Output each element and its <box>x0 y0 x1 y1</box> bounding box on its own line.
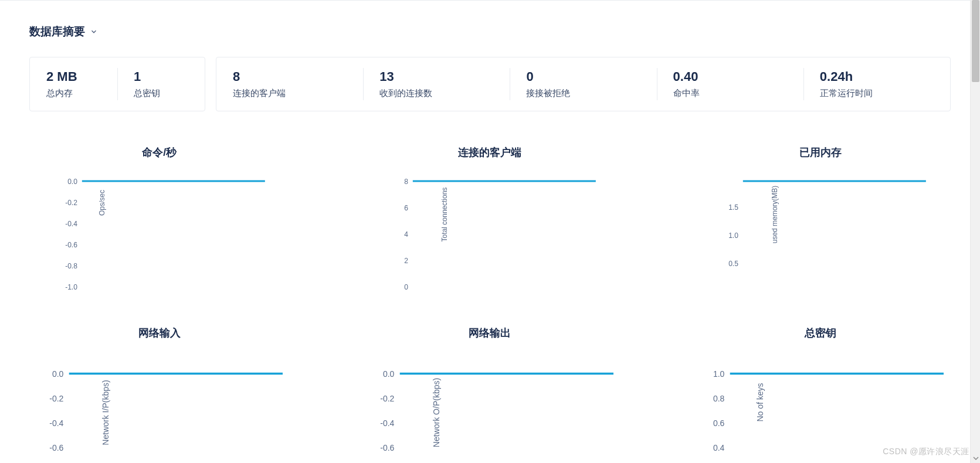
metric-label: 命中率 <box>673 88 787 99</box>
ytick: 8 <box>404 178 408 186</box>
ytick: -1.0 <box>65 283 77 291</box>
scrollbar-thumb[interactable] <box>972 0 979 82</box>
ytick: -0.2 <box>49 394 63 403</box>
chart-plot: 8 6 4 2 0 Total connections <box>360 173 620 291</box>
metric-value: 8 <box>233 69 347 84</box>
chart-plot: 1.5 1.0 0.5 used memory(MB) <box>690 173 951 291</box>
ytick: -0.6 <box>49 443 63 452</box>
dashboard-page: 数据库摘要 2 MB 总内存 1 总密钥 8 连接的客户端 13 收到的连接数 <box>0 0 980 463</box>
metrics-row: 2 MB 总内存 1 总密钥 8 连接的客户端 13 收到的连接数 0 接接被拒… <box>29 57 951 111</box>
chart-mem: 已用内存 1.5 1.0 0.5 used memory(MB) <box>690 145 951 291</box>
ylabel: Ops/sec <box>98 190 106 216</box>
chart-title: 连接的客户端 <box>458 145 521 159</box>
ytick: 0.0 <box>383 369 395 379</box>
chart-keys: 总密钥 1.0 0.8 0.6 0.4 No of keys <box>690 326 951 463</box>
ylabel: No of keys <box>755 383 765 421</box>
metric-label: 正常运行时间 <box>820 88 934 99</box>
chart-ops: 命令/秒 0.0 -0.2 -0.4 -0.6 -0.8 -1.0 Ops/se… <box>29 145 290 291</box>
ylabel: Network I/P(kbps) <box>101 380 110 445</box>
ytick: -0.6 <box>380 443 394 452</box>
ytick: 0.8 <box>713 394 725 403</box>
metric-total-memory: 2 MB 总内存 <box>30 57 117 111</box>
metric-value: 0.40 <box>673 69 787 84</box>
metric-hit-rate: 0.40 命中率 <box>657 57 803 111</box>
charts-grid: 命令/秒 0.0 -0.2 -0.4 -0.6 -0.8 -1.0 Ops/se… <box>29 145 951 463</box>
metric-value: 1 <box>134 69 188 84</box>
chart-title: 已用内存 <box>799 145 842 159</box>
metric-label: 收到的连接数 <box>379 88 493 99</box>
ytick: -0.2 <box>65 199 77 207</box>
chart-title: 总密钥 <box>805 326 836 340</box>
chart-clients: 连接的客户端 8 6 4 2 0 Total connections <box>360 145 620 291</box>
ytick: 1.0 <box>728 232 738 240</box>
ytick: 0 <box>404 283 408 291</box>
section-title: 数据库摘要 <box>29 24 85 39</box>
metric-value: 0.24h <box>820 69 934 84</box>
chart-plot: 0.0 -0.2 -0.4 -0.6 Network O/P(kbps) <box>360 354 620 463</box>
metric-card-stats: 8 连接的客户端 13 收到的连接数 0 接接被拒绝 0.40 命中率 0.24… <box>216 57 951 111</box>
chart-title: 网络输出 <box>469 326 511 340</box>
scroll-down-icon[interactable] <box>971 453 980 463</box>
chart-plot: 0.0 -0.2 -0.4 -0.6 Network I/P(kbps) <box>29 354 290 463</box>
ytick: -0.6 <box>65 241 77 249</box>
ytick: 0.0 <box>67 178 77 186</box>
ytick: 1.0 <box>713 369 725 379</box>
ytick: 0.5 <box>728 260 738 268</box>
metric-card-memory-keys: 2 MB 总内存 1 总密钥 <box>29 57 205 111</box>
ytick: -0.2 <box>380 394 394 403</box>
ylabel: Total connections <box>440 188 448 242</box>
watermark: CSDN @愿许浪尽天涯 <box>883 447 969 457</box>
metric-label: 总内存 <box>46 88 101 99</box>
ytick: 0.4 <box>713 443 725 452</box>
metric-value: 13 <box>379 69 493 84</box>
metric-value: 2 MB <box>46 69 101 84</box>
metric-label: 连接的客户端 <box>233 88 347 99</box>
metric-value: 0 <box>526 69 640 84</box>
metric-connections-received: 13 收到的连接数 <box>363 57 510 111</box>
ytick: 6 <box>404 204 408 212</box>
chart-netin: 网络输入 0.0 -0.2 -0.4 -0.6 Network I/P(kbps… <box>29 326 290 463</box>
section-header[interactable]: 数据库摘要 <box>29 24 951 39</box>
ytick: -0.4 <box>380 418 394 428</box>
ytick: 0.0 <box>52 369 64 379</box>
ytick: 2 <box>404 257 408 265</box>
ylabel: used memory(MB) <box>771 186 779 244</box>
scrollbar[interactable] <box>970 0 980 463</box>
ytick: 4 <box>404 230 408 239</box>
ytick: 0.6 <box>713 418 725 428</box>
metric-label: 接接被拒绝 <box>526 88 640 99</box>
chart-netout: 网络输出 0.0 -0.2 -0.4 -0.6 Network O/P(kbps… <box>360 326 620 463</box>
ytick: -0.8 <box>65 262 77 270</box>
metric-label: 总密钥 <box>134 88 188 99</box>
metric-total-keys: 1 总密钥 <box>117 57 205 111</box>
metric-rejected-connections: 0 接接被拒绝 <box>510 57 656 111</box>
chart-title: 命令/秒 <box>142 145 177 159</box>
chart-title: 网络输入 <box>138 326 181 340</box>
chart-plot: 0.0 -0.2 -0.4 -0.6 -0.8 -1.0 Ops/sec <box>29 173 290 291</box>
ytick: -0.4 <box>65 220 77 228</box>
chevron-down-icon <box>90 28 98 36</box>
metric-uptime: 0.24h 正常运行时间 <box>803 57 950 111</box>
ylabel: Network O/P(kbps) <box>432 378 441 447</box>
metric-connected-clients: 8 连接的客户端 <box>216 57 363 111</box>
ytick: -0.4 <box>49 418 63 428</box>
ytick: 1.5 <box>728 203 738 212</box>
